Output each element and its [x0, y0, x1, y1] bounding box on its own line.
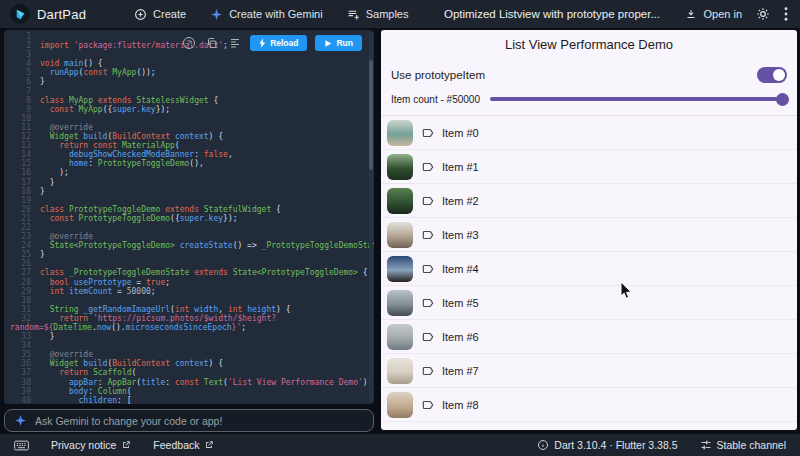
code-text: @override	[40, 232, 93, 241]
code-line: 30	[4, 296, 374, 305]
channel-selector[interactable]: Stable channel	[700, 439, 786, 451]
line-number: 4	[4, 59, 40, 68]
line-number: 24	[4, 241, 40, 250]
line-number: 19	[4, 196, 40, 205]
line-number: 5	[4, 68, 40, 77]
line-number: 39	[4, 387, 40, 396]
versions-info[interactable]: Dart 3.10.4 · Flutter 3.38.5	[537, 439, 677, 451]
list-item[interactable]: Item #4	[381, 252, 797, 286]
code-text: const MyApp({super.key});	[40, 105, 170, 114]
preview-list[interactable]: Item #0Item #1Item #2Item #3Item #4Item …	[381, 115, 797, 422]
code-text: int itemCount = 50000;	[40, 287, 156, 296]
info-icon	[537, 439, 549, 451]
editor-scrollbar-thumb[interactable]	[369, 60, 373, 170]
overflow-menu-icon[interactable]	[784, 7, 788, 21]
list-item[interactable]: Item #6	[381, 320, 797, 354]
code-line: 6}	[4, 77, 374, 86]
top-bar: DartPad Create Create with Gemini Sample…	[0, 0, 800, 28]
code-text: }	[40, 178, 54, 187]
line-number: 38	[4, 378, 40, 387]
code-line: 36 Widget build(BuildContext context) {	[4, 359, 374, 368]
code-line: 19	[4, 196, 374, 205]
code-text: Widget build(BuildContext context) {	[40, 359, 223, 368]
app-title: DartPad	[37, 7, 86, 22]
dart-logo-icon	[10, 4, 30, 24]
feedback-link[interactable]: Feedback	[153, 439, 214, 451]
gemini-prompt-input[interactable]	[35, 415, 364, 427]
item-label: Item #5	[442, 297, 479, 309]
code-line: 4void main() {	[4, 59, 374, 68]
create-with-gemini-label: Create with Gemini	[229, 8, 323, 20]
code-text: );	[40, 168, 69, 177]
open-in-button[interactable]: Open in	[685, 8, 742, 20]
item-label: Item #3	[442, 229, 479, 241]
create-with-gemini-button[interactable]: Create with Gemini	[200, 4, 333, 25]
samples-button[interactable]: Samples	[337, 4, 419, 25]
list-item[interactable]: Item #0	[381, 116, 797, 150]
code-text: @override	[40, 350, 93, 359]
code-text: home: PrototypeToggleDemo(),	[40, 159, 204, 168]
item-thumbnail-image	[387, 256, 413, 282]
label-tag-icon	[421, 330, 435, 344]
theme-brightness-icon[interactable]	[756, 7, 770, 21]
code-line: 31 String _getRandomImageUrl(int width, …	[4, 305, 374, 314]
format-code-button[interactable]	[227, 36, 242, 51]
gemini-prompt-bar[interactable]	[4, 409, 374, 432]
code-line: 15 home: PrototypeToggleDemo(),	[4, 159, 374, 168]
code-line: 39 body: Column(	[4, 387, 374, 396]
code-editor[interactable]: 12import 'package:flutter/material.dart'…	[4, 30, 374, 404]
code-line: 24 State<PrototypeToggleDemo> createStat…	[4, 241, 374, 250]
editor-scrollbar-track[interactable]	[369, 32, 373, 402]
code-text: bool usePrototype = true;	[40, 278, 170, 287]
list-item[interactable]: Item #7	[381, 354, 797, 388]
item-count-slider[interactable]	[490, 97, 787, 101]
line-number: 30	[4, 296, 40, 305]
list-item[interactable]: Item #2	[381, 184, 797, 218]
code-line: 16 );	[4, 168, 374, 177]
code-text: class PrototypeToggleDemo extends Statef…	[40, 205, 281, 214]
code-text: return 'https://picsum.photos/$width/$he…	[40, 314, 276, 323]
preview-app-title: List View Performance Demo	[381, 30, 797, 52]
code-text: runApp(const MyApp());	[40, 68, 156, 77]
gemini-spark-icon	[210, 8, 223, 21]
item-label: Item #6	[442, 331, 479, 343]
item-thumbnail-image	[387, 392, 413, 418]
reload-button[interactable]: Reload	[250, 35, 307, 51]
copy-button[interactable]	[204, 36, 219, 51]
line-number: 13	[4, 141, 40, 150]
code-text: State<PrototypeToggleDemo> createState()…	[40, 241, 374, 250]
open-in-label: Open in	[703, 8, 742, 20]
label-tag-icon	[421, 398, 435, 412]
privacy-notice-link[interactable]: Privacy notice	[51, 439, 131, 451]
create-button[interactable]: Create	[124, 4, 196, 25]
reload-label: Reload	[270, 38, 298, 48]
run-button[interactable]: Run	[315, 35, 362, 51]
keyboard-icon[interactable]	[14, 440, 29, 451]
samples-icon	[347, 8, 360, 21]
list-item[interactable]: Item #3	[381, 218, 797, 252]
code-text: return Scaffold(	[40, 368, 136, 377]
prototype-toggle-row: Use prototypeItem	[381, 62, 797, 88]
list-item[interactable]: Item #1	[381, 150, 797, 184]
list-item[interactable]: Item #8	[381, 388, 797, 422]
code-line: 20class PrototypeToggleDemo extends Stat…	[4, 205, 374, 214]
list-item[interactable]: Item #5	[381, 286, 797, 320]
item-thumbnail-image	[387, 290, 413, 316]
line-number: 15	[4, 159, 40, 168]
line-number: 10	[4, 114, 40, 123]
line-number: 11	[4, 123, 40, 132]
item-thumbnail-image	[387, 324, 413, 350]
slider-thumb[interactable]	[776, 93, 789, 106]
code-line: 23 @override	[4, 232, 374, 241]
label-tag-icon	[421, 228, 435, 242]
line-number: 26	[4, 259, 40, 268]
run-label: Run	[336, 38, 353, 48]
line-number: 12	[4, 132, 40, 141]
code-line: 37 return Scaffold(	[4, 368, 374, 377]
code-text: String _getRandomImageUrl(int width, int…	[40, 305, 291, 314]
help-button[interactable]: ?	[181, 36, 196, 51]
prototype-toggle-switch[interactable]	[757, 67, 787, 83]
line-number: 7	[4, 87, 40, 96]
line-number: 22	[4, 223, 40, 232]
code-line: 29 int itemCount = 50000;	[4, 287, 374, 296]
